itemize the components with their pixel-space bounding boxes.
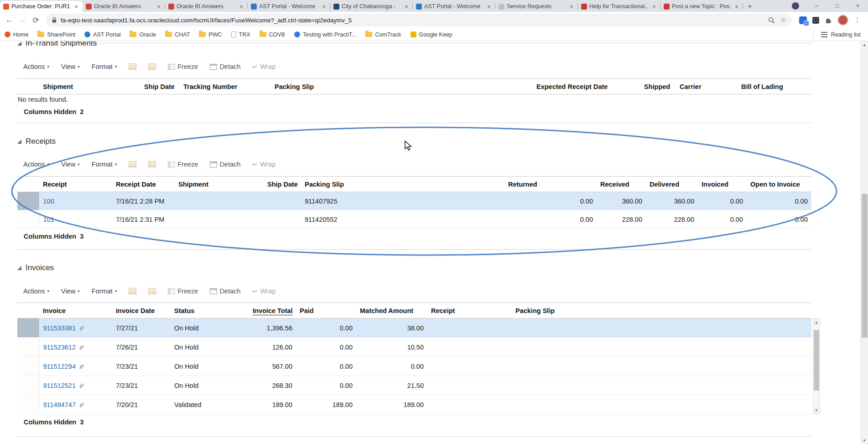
tab-purchase-order[interactable]: Purchase Order: PUR1... × xyxy=(0,1,83,12)
column-header[interactable]: Invoiced xyxy=(698,177,747,192)
view-menu[interactable]: View▾ xyxy=(61,63,80,70)
format-menu[interactable]: Format▾ xyxy=(92,287,117,295)
extension-icon[interactable] xyxy=(812,17,819,24)
row-selector[interactable] xyxy=(17,376,39,395)
column-header[interactable]: Tracking Number xyxy=(180,79,271,94)
scrollbar-thumb[interactable] xyxy=(814,330,819,391)
maximize-button[interactable]: □ xyxy=(827,0,847,12)
table-row[interactable]: 911512521 7/23/21 On Hold 268.30 0.00 21… xyxy=(17,376,811,395)
tab-ast-portal-2[interactable]: AST Portal - Welcome × xyxy=(413,1,495,12)
tab-close-icon[interactable]: × xyxy=(403,4,410,10)
format-menu[interactable]: Format▾ xyxy=(92,161,117,168)
bookmark-google-keep[interactable]: Google Keep xyxy=(411,31,452,38)
tab-close-icon[interactable]: × xyxy=(238,4,244,10)
browser-menu-icon[interactable]: ⋮ xyxy=(854,16,861,24)
receipt-link[interactable]: 100 xyxy=(43,198,54,205)
invoice-link[interactable]: 911523612 xyxy=(43,344,76,351)
zoom-icon[interactable] xyxy=(768,17,775,24)
column-header[interactable]: Shipment xyxy=(175,177,264,192)
bookmark-chat[interactable]: CHAT xyxy=(165,31,190,38)
close-button[interactable]: × xyxy=(847,0,868,12)
column-header[interactable]: Shipped xyxy=(640,79,676,94)
address-bar[interactable]: fa-eqto-test-saasfaprod1.fa.ocs.oraclecl… xyxy=(46,14,792,26)
table-row[interactable]: 100 7/16/21 2:28 PM 911407925 0.00 360.0… xyxy=(17,192,811,210)
detach-button[interactable]: Detach xyxy=(210,287,240,295)
reading-list-button[interactable]: Reading list xyxy=(813,31,868,38)
column-header[interactable]: Receipt xyxy=(427,303,512,319)
page-scrollbar[interactable]: ▲ ▼ xyxy=(860,41,868,444)
table-row[interactable]: 911523612 7/26/21 On Hold 126.00 0.00 10… xyxy=(17,338,811,357)
column-header[interactable]: Carrier xyxy=(676,79,738,94)
table-row[interactable]: 911512294 7/23/21 On Hold 567.00 0.00 0.… xyxy=(17,357,811,376)
actions-menu[interactable]: Actions▾ xyxy=(23,161,49,168)
column-header[interactable]: Ship Date xyxy=(140,79,180,94)
row-selector[interactable] xyxy=(17,192,39,210)
column-header[interactable]: Status xyxy=(171,303,249,319)
scroll-down-icon[interactable]: ▼ xyxy=(861,437,868,444)
row-selector[interactable] xyxy=(17,357,39,376)
forward-button[interactable]: → xyxy=(16,16,29,25)
column-header[interactable]: Bill of Lading xyxy=(738,79,811,94)
column-header[interactable]: Receipt Date xyxy=(112,177,175,192)
bookmark-oracle[interactable]: Oracle xyxy=(130,31,156,38)
view-menu[interactable]: View▾ xyxy=(61,287,80,295)
collapse-triangle-icon[interactable] xyxy=(17,266,21,270)
invoice-link[interactable]: 911512294 xyxy=(43,363,76,370)
scroll-down-icon[interactable]: ▼ xyxy=(813,407,820,414)
back-button[interactable]: ← xyxy=(3,16,16,25)
column-header[interactable]: Packing Slip xyxy=(301,177,504,192)
column-header[interactable]: Invoice Date xyxy=(112,303,171,319)
tab-ast-portal-1[interactable]: AST Portal - Welcome × xyxy=(248,1,330,12)
tab-close-icon[interactable]: × xyxy=(321,4,327,10)
column-header[interactable]: Receipt xyxy=(39,177,112,192)
bookmark-star-icon[interactable]: ☆ xyxy=(780,16,786,24)
extensions-puzzle-icon[interactable] xyxy=(825,16,832,24)
column-header[interactable]: Invoice xyxy=(39,303,112,319)
collapse-triangle-icon[interactable] xyxy=(17,42,21,46)
row-selector[interactable] xyxy=(17,338,39,357)
tab-close-icon[interactable]: × xyxy=(486,4,492,10)
new-tab-button[interactable]: + xyxy=(743,1,757,12)
row-selector[interactable] xyxy=(17,319,39,338)
bookmark-sharepoint[interactable]: SharePoint xyxy=(37,31,75,38)
table-row[interactable]: 101 7/16/21 2:31 PM 911420552 0.00 228.0… xyxy=(17,210,811,229)
column-header[interactable]: Packing Slip xyxy=(512,303,811,319)
tab-close-icon[interactable]: × xyxy=(568,4,575,10)
scroll-up-icon[interactable]: ▲ xyxy=(813,319,820,326)
invoice-link[interactable]: 911484747 xyxy=(43,401,76,408)
scroll-up-icon[interactable]: ▲ xyxy=(861,41,868,48)
column-header[interactable]: Ship Date xyxy=(264,177,301,192)
bookmark-trx[interactable]: TRX xyxy=(231,31,250,38)
tab-close-icon[interactable]: × xyxy=(651,4,657,10)
tab-oracle-bi-answers-2[interactable]: Oracle BI Answers × xyxy=(165,1,248,12)
column-header[interactable]: Expected Receipt Date xyxy=(533,79,640,94)
freeze-button[interactable]: Freeze xyxy=(168,287,198,295)
scrollbar-thumb[interactable] xyxy=(862,194,868,338)
invoice-link[interactable]: 911533381 xyxy=(43,324,76,332)
column-header[interactable]: Paid xyxy=(296,303,356,319)
detach-button[interactable]: Detach xyxy=(210,63,240,70)
profile-avatar[interactable] xyxy=(837,15,848,26)
table-row[interactable]: 911533381 7/27/21 On Hold 1,396.56 0.00 … xyxy=(17,319,811,338)
bookmark-home[interactable]: Home xyxy=(5,31,28,38)
invoice-link[interactable]: 911512521 xyxy=(43,382,76,389)
column-header[interactable]: Open to Invoice xyxy=(747,177,811,192)
bookmark-ast-portal[interactable]: AST Portal xyxy=(84,31,120,38)
freeze-button[interactable]: Freeze xyxy=(168,161,198,168)
tab-close-icon[interactable]: × xyxy=(156,4,162,10)
row-selector[interactable] xyxy=(17,395,39,414)
column-header[interactable]: Matched Amount xyxy=(356,303,427,319)
freeze-button[interactable]: Freeze xyxy=(168,63,198,70)
tab-service-requests[interactable]: Service Requests × xyxy=(495,1,578,12)
column-header-sorted[interactable]: Invoice Total xyxy=(249,303,296,319)
receipt-link[interactable]: 101 xyxy=(43,216,54,223)
view-menu[interactable]: View▾ xyxy=(61,161,80,168)
bookmark-covb[interactable]: COVB xyxy=(260,31,285,38)
column-header[interactable]: Received xyxy=(597,177,646,192)
tab-search-icon[interactable] xyxy=(792,2,799,10)
invoices-table-scrollbar[interactable]: ▲ ▼ xyxy=(813,318,820,414)
minimize-button[interactable]: ─ xyxy=(806,0,827,12)
column-header[interactable]: Packing Slip xyxy=(271,79,533,94)
column-header[interactable]: Shipment xyxy=(39,79,140,94)
row-selector[interactable] xyxy=(17,210,39,229)
